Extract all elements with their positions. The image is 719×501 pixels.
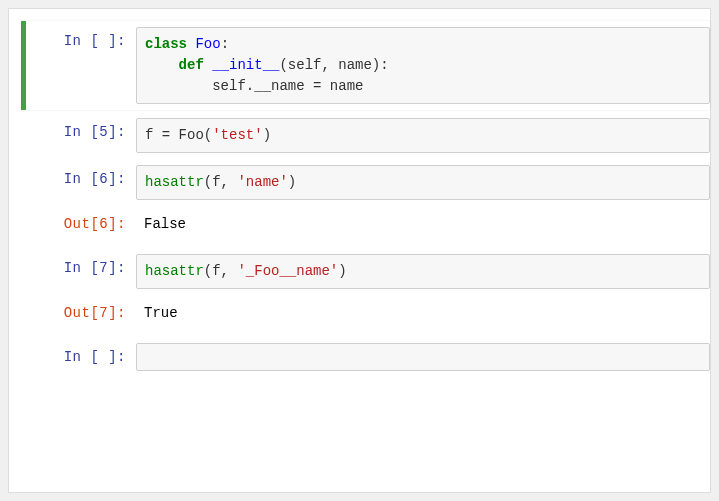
output-row: Out[6]: False [26,208,710,246]
code-input[interactable]: class Foo: def __init__(self, name): sel… [136,27,710,104]
output-text: False [136,210,710,238]
output-prompt: Out[7]: [26,299,136,327]
code-input[interactable]: hasattr(f, 'name') [136,165,710,200]
output-row: Out[7]: True [26,297,710,335]
code-cell[interactable]: In [5]: f = Foo('test') [26,114,710,157]
input-prompt: In [6]: [26,165,136,200]
code-cell[interactable]: In [ ]: class Foo: def __init__(self, na… [21,21,710,110]
input-prompt: In [ ]: [26,343,136,371]
output-text: True [136,299,710,327]
code-input[interactable]: f = Foo('test') [136,118,710,153]
code-input[interactable]: hasattr(f, '_Foo__name') [136,254,710,289]
code-cell[interactable]: In [6]: hasattr(f, 'name') [26,161,710,204]
input-prompt: In [5]: [26,118,136,153]
input-prompt: In [7]: [26,254,136,289]
input-prompt: In [ ]: [26,27,136,104]
code-input[interactable] [136,343,710,371]
code-cell[interactable]: In [ ]: [26,339,710,375]
output-prompt: Out[6]: [26,210,136,238]
jupyter-notebook: In [ ]: class Foo: def __init__(self, na… [8,8,711,493]
code-cell[interactable]: In [7]: hasattr(f, '_Foo__name') [26,250,710,293]
